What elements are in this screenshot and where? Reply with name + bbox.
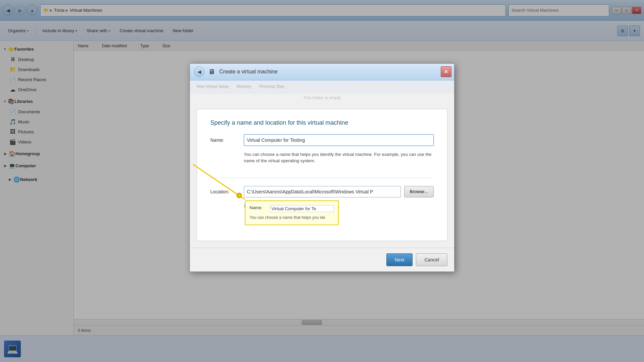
- tooltip-box: Name: Virtual Computer for Te You can ch…: [245, 200, 339, 225]
- dialog-titlebar: ◀ 🖥 Create a virtual machine ✕: [190, 64, 454, 80]
- dialog-nav-step2: Memory: [234, 83, 254, 90]
- cancel-button[interactable]: Cancel: [416, 253, 447, 266]
- dialog-subtitle: This folder is empty: [190, 93, 454, 102]
- dialog-footer: Next Cancel: [190, 248, 454, 272]
- tooltip-description: You can choose a name that helps you ide: [250, 215, 334, 221]
- name-description: You can choose a name that helps you ide…: [244, 151, 434, 164]
- dialog-nav-bar: New Virtual Setup Memory Previous Step: [190, 80, 454, 93]
- next-button[interactable]: Next: [386, 253, 413, 266]
- tooltip-name-label: Name:: [250, 205, 270, 210]
- dialog-back-button[interactable]: ◀: [194, 66, 205, 77]
- dialog-nav-step1: New Virtual Setup: [194, 83, 231, 90]
- location-form-row: Location: Browse...: [210, 186, 434, 197]
- name-section: Name: You can choose a name that helps y…: [210, 134, 434, 178]
- dialog-nav-step3: Previous Step: [257, 83, 287, 90]
- modal-overlay: ◀ 🖥 Create a virtual machine ✕ New Virtu…: [0, 0, 644, 362]
- dialog-title-text: Create a virtual machine: [219, 69, 277, 75]
- location-input[interactable]: [244, 186, 401, 197]
- dialog-section-title: Specify a name and location for this vir…: [210, 119, 434, 126]
- dialog-title-icon: 🖥: [207, 67, 216, 76]
- tooltip-name-value: Virtual Computer for Te: [270, 205, 334, 212]
- browse-button[interactable]: Browse...: [404, 186, 434, 197]
- location-row: Browse...: [244, 186, 434, 197]
- yellow-dot-pointer: [236, 193, 242, 198]
- name-input[interactable]: [244, 134, 434, 146]
- name-form-row: Name:: [210, 134, 434, 146]
- dialog-close-button[interactable]: ✕: [441, 66, 451, 77]
- name-label: Name:: [210, 137, 244, 143]
- tooltip-name-row: Name: Virtual Computer for Te: [250, 205, 334, 212]
- create-vm-dialog: ◀ 🖥 Create a virtual machine ✕ New Virtu…: [190, 63, 454, 272]
